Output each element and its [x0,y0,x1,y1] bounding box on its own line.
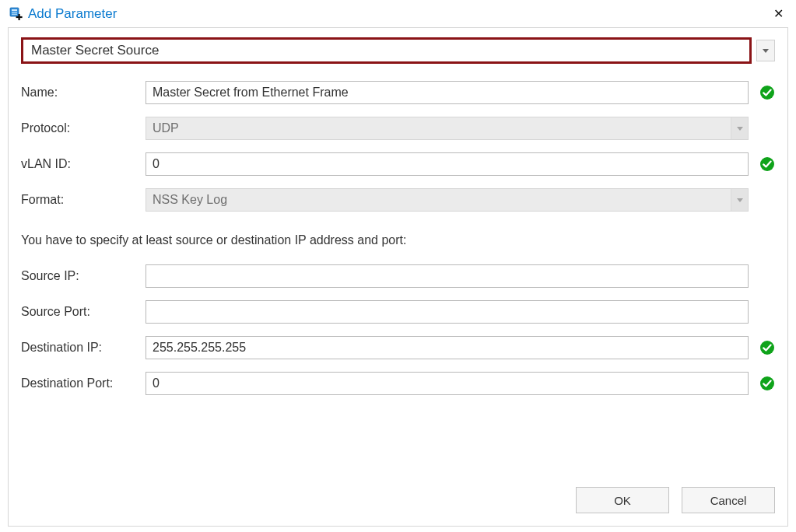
svg-point-9 [760,376,774,390]
valid-icon [759,156,775,172]
valid-icon [759,376,775,391]
format-drop [731,189,748,211]
ok-button[interactable]: OK [576,487,669,513]
row-source-port: Source Port: [21,300,775,324]
source-port-control [146,300,775,324]
svg-rect-5 [16,16,23,17]
source-port-label: Source Port: [21,305,146,319]
dest-port-control [146,372,775,395]
source-ip-label: Source IP: [21,269,146,283]
dest-ip-input[interactable] [146,336,749,359]
parameter-type-row: Master Secret Source [21,37,775,64]
row-source-ip: Source IP: [21,264,775,288]
protocol-label: Protocol: [21,121,146,135]
protocol-select: UDP [146,117,749,140]
row-name: Name: [21,81,775,104]
add-parameter-icon [9,7,23,21]
source-ip-control [146,264,775,288]
valid-icon [759,340,775,355]
protocol-control: UDP [146,117,775,140]
valid-icon [759,85,775,100]
row-dest-ip: Destination IP: [21,336,775,359]
chevron-down-icon [737,127,743,131]
close-button[interactable]: ✕ [769,5,788,23]
icon-placeholder [759,304,775,320]
protocol-drop [731,117,748,139]
svg-point-6 [760,86,774,100]
row-format: Format: NSS Key Log [21,188,775,212]
titlebar: Add Parameter ✕ [0,0,796,26]
source-port-input[interactable] [146,300,749,324]
parameter-type-select[interactable]: Master Secret Source [21,37,752,64]
format-control: NSS Key Log [146,188,775,212]
parameter-type-dropdown-button[interactable] [756,40,775,61]
row-protocol: Protocol: UDP [21,117,775,140]
format-value: NSS Key Log [153,193,227,207]
dest-ip-label: Destination IP: [21,341,146,355]
svg-point-7 [760,157,774,171]
source-ip-input[interactable] [146,264,749,288]
instruction-text: You have to specify at least source or d… [21,233,775,247]
dest-port-input[interactable] [146,372,749,395]
button-bar: OK Cancel [576,487,775,513]
icon-placeholder [759,268,775,284]
window-title: Add Parameter [28,6,117,22]
icon-placeholder [759,121,775,136]
dest-ip-control [146,336,775,359]
format-label: Format: [21,193,146,207]
vlan-control [146,152,775,176]
row-dest-port: Destination Port: [21,372,775,395]
chevron-down-icon [763,49,769,53]
format-select: NSS Key Log [146,188,749,212]
icon-placeholder [759,192,775,208]
cancel-button[interactable]: Cancel [682,487,775,513]
name-control [146,81,775,104]
chevron-down-icon [737,198,743,202]
protocol-value: UDP [153,121,179,135]
svg-rect-1 [12,9,17,11]
vlan-label: vLAN ID: [21,157,146,171]
name-label: Name: [21,86,146,100]
svg-point-8 [760,341,774,355]
titlebar-left: Add Parameter [9,6,117,22]
vlan-input[interactable] [146,152,749,176]
name-input[interactable] [146,81,749,104]
dest-port-label: Destination Port: [21,376,146,390]
svg-rect-2 [12,12,17,13]
row-vlan: vLAN ID: [21,152,775,176]
panel: Master Secret Source Name: Protocol: UDP… [8,27,788,527]
svg-rect-3 [12,13,17,15]
